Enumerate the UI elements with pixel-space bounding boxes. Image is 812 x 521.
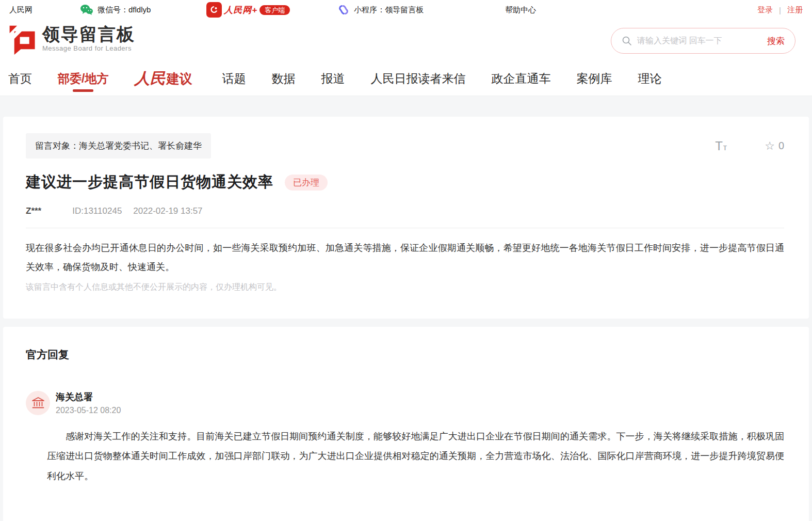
font-size-large-glyph: T	[715, 139, 723, 153]
star-icon: ☆	[765, 139, 775, 153]
reply-body: 感谢对海关工作的关注和支持。目前海关已建立节假日期间预约通关制度，能够较好地满足…	[47, 427, 784, 486]
message-author: Z***	[26, 206, 41, 216]
agency-info: 海关总署 2023-05-12 08:20	[56, 391, 121, 415]
official-reply-card: 官方回复 海关总署	[3, 327, 809, 521]
help-center-link[interactable]: 帮助中心	[505, 5, 536, 15]
miniprogram-label: 小程序：领导留言板	[354, 5, 424, 15]
reply-timestamp: 2023-05-12 08:20	[56, 406, 121, 415]
search-box: 搜索	[611, 28, 795, 54]
logo-text-block: 领导留言板 Message Board for Leaders	[42, 25, 135, 52]
privacy-note: 该留言中含有个人信息或其他不便公开展示的内容，仅办理机构可见。	[26, 282, 784, 293]
login-link[interactable]: 登录	[757, 5, 773, 15]
nav-peoples-suggestions[interactable]: 人民 建议	[134, 62, 192, 96]
message-target-row: 留言对象：海关总署党委书记、署长俞建华 Tт ☆ 0	[26, 133, 784, 159]
nav-ministries-local[interactable]: 部委/地方	[58, 62, 108, 96]
nav-data[interactable]: 数据	[271, 62, 295, 96]
miniprogram-item[interactable]: 小程序：领导留言板	[337, 4, 424, 16]
topbar-left-group: 人民网 微信号：dfldlyb	[9, 2, 536, 18]
peoples-daily-app-icon	[206, 2, 222, 18]
peoples-daily-app-name: 人民网+	[224, 4, 257, 16]
nav-theory[interactable]: 理论	[638, 62, 661, 96]
message-card: 留言对象：海关总署党委书记、署长俞建华 Tт ☆ 0 建议进一步提高节假日货物通…	[3, 117, 809, 319]
favorite-count: 0	[778, 140, 784, 152]
main-nav: 首页 部委/地方 人民 建议 话题 数据 报道 人民日报读者来信 政企直通车 案…	[0, 62, 812, 96]
message-id: ID:13110245	[72, 206, 122, 216]
auth-links: 登录 | 注册	[757, 5, 803, 15]
peoples-suggestions-script-part: 人民	[134, 68, 165, 89]
message-title-row: 建议进一步提高节假日货物通关效率 已办理	[26, 172, 784, 193]
search-input[interactable]	[637, 36, 767, 45]
site-header: 领导留言板 Message Board for Leaders 搜索	[0, 20, 812, 62]
auth-divider: |	[779, 6, 781, 14]
card-gap	[3, 319, 809, 327]
message-timestamp: 2022-02-19 13:57	[133, 206, 202, 216]
miniprogram-icon	[337, 4, 350, 16]
wechat-account-item[interactable]: 微信号：dfldlyb	[80, 4, 151, 15]
logo-subtitle: Message Board for Leaders	[42, 44, 135, 52]
official-reply-heading: 官方回复	[26, 348, 784, 362]
reply-agency-block: 海关总署 2023-05-12 08:20	[26, 391, 784, 415]
peoples-daily-app-item[interactable]: 人民网+ 客户端	[206, 2, 290, 18]
message-body: 现在很多社会办均已开通休息日的办公时间，如一些海关采取预约加班、加急通关等措施，…	[26, 239, 784, 277]
font-size-small-glyph: т	[723, 143, 727, 152]
peoples-daily-site-link[interactable]: 人民网	[9, 5, 33, 15]
app-client-badge: 客户端	[259, 5, 290, 15]
wechat-icon	[80, 4, 93, 15]
nav-reports[interactable]: 报道	[321, 62, 345, 96]
message-board-logo-icon	[8, 25, 37, 57]
top-utility-bar: 人民网 微信号：dfldlyb	[0, 0, 812, 20]
register-link[interactable]: 注册	[787, 5, 803, 15]
government-building-icon	[31, 397, 45, 409]
agency-avatar	[26, 391, 50, 415]
agency-name: 海关总署	[56, 391, 121, 403]
nav-readers-letters[interactable]: 人民日报读者来信	[370, 62, 465, 96]
page-background: 留言对象：海关总署党委书记、署长俞建华 Tт ☆ 0 建议进一步提高节假日货物通…	[0, 96, 812, 521]
status-badge: 已办理	[285, 175, 328, 191]
search-button[interactable]: 搜索	[767, 35, 785, 47]
message-title: 建议进一步提高节假日货物通关效率	[26, 172, 273, 193]
site-logo[interactable]: 领导留言板 Message Board for Leaders	[8, 25, 135, 57]
message-tools: Tт ☆ 0	[715, 139, 784, 153]
peoples-suggestions-bold-part: 建议	[166, 70, 192, 87]
nav-gov-enterprise[interactable]: 政企直通车	[491, 62, 550, 96]
nav-home[interactable]: 首页	[8, 62, 32, 96]
search-icon	[622, 36, 632, 46]
nav-case-library[interactable]: 案例库	[576, 62, 612, 96]
nav-topics[interactable]: 话题	[222, 62, 246, 96]
wechat-account-label: 微信号：dfldlyb	[98, 5, 151, 15]
logo-title: 领导留言板	[42, 25, 135, 44]
message-target: 留言对象：海关总署党委书记、署长俞建华	[26, 133, 211, 159]
font-size-toggle[interactable]: Tт	[715, 139, 727, 153]
meta-divider	[26, 228, 784, 228]
favorite-button[interactable]: ☆ 0	[765, 139, 784, 153]
message-meta-row: Z*** ID:13110245 2022-02-19 13:57	[26, 206, 784, 216]
